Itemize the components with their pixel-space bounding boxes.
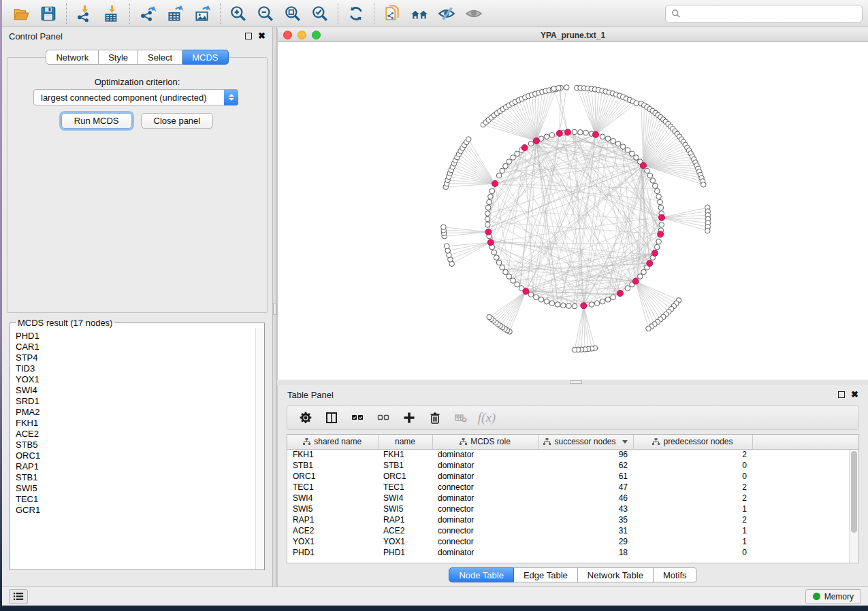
select-all-icon bbox=[351, 411, 364, 425]
mcds-result-item[interactable]: CAR1 bbox=[16, 342, 259, 352]
run-mcds-button[interactable]: Run MCDS bbox=[61, 113, 132, 129]
mcds-result-item[interactable]: STB1 bbox=[16, 472, 259, 483]
list-icon bbox=[13, 592, 24, 601]
show-all-button[interactable] bbox=[460, 2, 487, 25]
show-column-panel-button[interactable] bbox=[320, 408, 343, 428]
column-panel-icon bbox=[325, 411, 338, 425]
close-panel-button[interactable]: Close panel bbox=[141, 113, 214, 129]
mcds-result-scrollbar[interactable] bbox=[255, 328, 264, 569]
optimization-criterion-select[interactable]: largest connected component (undirected) bbox=[33, 89, 238, 105]
table-row[interactable]: PHD1PHD1dominator180 bbox=[287, 547, 858, 558]
memory-button[interactable]: Memory bbox=[805, 589, 861, 604]
mcds-result-item[interactable]: ORC1 bbox=[16, 450, 259, 461]
table-row[interactable]: RAP1RAP1dominator352 bbox=[287, 514, 858, 525]
export-table-button[interactable] bbox=[161, 2, 189, 25]
float-panel-icon[interactable] bbox=[245, 33, 252, 39]
mcds-result-item[interactable]: FKH1 bbox=[16, 418, 259, 429]
table-row[interactable]: ORC1ORC1dominator610 bbox=[287, 471, 858, 482]
gear-icon bbox=[299, 411, 312, 425]
network-canvas[interactable] bbox=[278, 42, 868, 380]
toolbar-separator bbox=[220, 3, 221, 24]
node-table-body[interactable]: FKH1FKH1dominator962STB1STB1dominator620… bbox=[287, 449, 858, 558]
vertical-splitter[interactable] bbox=[272, 27, 277, 587]
splitter-grip[interactable] bbox=[570, 380, 582, 384]
table-row[interactable]: SWI4SWI4dominator462 bbox=[287, 493, 858, 503]
import-network-button[interactable] bbox=[71, 2, 98, 25]
column-header-predecessor-nodes[interactable]: predecessor nodes bbox=[633, 435, 752, 449]
zoom-fit-button[interactable] bbox=[279, 2, 306, 25]
delete-column-button[interactable] bbox=[423, 408, 447, 428]
column-header-MCDS-role[interactable]: MCDS role bbox=[432, 435, 538, 449]
delete-table-button-disabled bbox=[449, 408, 472, 428]
open-folder-icon bbox=[12, 5, 30, 22]
table-settings-button[interactable] bbox=[294, 408, 317, 428]
table-row[interactable]: YOX1YOX1connector291 bbox=[287, 536, 858, 547]
table-scrollbar-thumb[interactable] bbox=[851, 451, 857, 533]
tab-network[interactable]: Network bbox=[46, 50, 99, 65]
table-row[interactable]: ACE2ACE2connector311 bbox=[287, 525, 858, 536]
close-panel-icon[interactable]: ✖ bbox=[851, 391, 858, 398]
import-table-button[interactable] bbox=[98, 2, 125, 25]
network-from-selection-button[interactable] bbox=[379, 2, 406, 25]
zoom-out-button[interactable] bbox=[252, 2, 279, 25]
tab-select[interactable]: Select bbox=[138, 50, 182, 65]
close-panel-icon[interactable]: ✖ bbox=[258, 33, 266, 39]
hide-selected-eye-icon bbox=[438, 5, 455, 22]
column-header-successor-nodes[interactable]: successor nodes bbox=[538, 435, 633, 449]
open-file-button[interactable] bbox=[7, 2, 35, 25]
float-panel-icon[interactable] bbox=[838, 391, 845, 398]
add-column-button[interactable] bbox=[398, 408, 421, 428]
mcds-result-list[interactable]: PHD1CAR1STP4TID3YOX1SWI4SRD1PMA2FKH1ACE2… bbox=[10, 328, 264, 569]
search-input[interactable] bbox=[685, 8, 856, 18]
mcds-result-item[interactable]: TID3 bbox=[16, 363, 259, 374]
horizontal-splitter[interactable] bbox=[277, 380, 868, 385]
export-image-button[interactable] bbox=[189, 2, 216, 25]
import-network-icon bbox=[76, 5, 93, 22]
column-header-name[interactable]: name bbox=[378, 435, 432, 449]
mcds-result-item[interactable]: RAP1 bbox=[16, 461, 259, 472]
table-row[interactable]: STB1STB1dominator620 bbox=[287, 460, 858, 471]
hide-selected-button[interactable] bbox=[433, 2, 460, 25]
table-row[interactable]: FKH1FKH1dominator962 bbox=[287, 449, 858, 460]
task-history-button[interactable] bbox=[9, 589, 28, 604]
table-row[interactable]: TEC1TEC1connector472 bbox=[287, 482, 858, 493]
zoom-selected-button[interactable] bbox=[306, 2, 334, 25]
toolbar-separator bbox=[374, 3, 374, 24]
first-neighbors-button[interactable] bbox=[406, 2, 433, 25]
mcds-result-item[interactable]: YOX1 bbox=[16, 374, 259, 385]
refresh-button[interactable] bbox=[342, 2, 370, 25]
select-all-rows-button[interactable] bbox=[346, 408, 369, 428]
mcds-result-item[interactable]: SWI5 bbox=[16, 483, 259, 494]
mcds-result-item[interactable]: SWI4 bbox=[16, 385, 259, 396]
mcds-result-item[interactable]: ACE2 bbox=[16, 429, 259, 440]
mcds-result-item[interactable]: PMA2 bbox=[16, 407, 259, 418]
tab-motifs[interactable]: Motifs bbox=[654, 567, 697, 582]
mcds-result-item[interactable]: TEC1 bbox=[16, 494, 259, 505]
export-network-button[interactable] bbox=[134, 2, 161, 25]
zoom-in-icon bbox=[229, 5, 247, 22]
toolbar-separator bbox=[338, 3, 338, 24]
deselect-all-rows-button[interactable] bbox=[372, 408, 395, 428]
toolbar-separator bbox=[66, 3, 67, 24]
delete-table-icon bbox=[454, 411, 468, 425]
table-row[interactable]: SWI5SWI5connector431 bbox=[287, 503, 858, 514]
search-icon bbox=[671, 9, 681, 18]
zoom-in-button[interactable] bbox=[225, 2, 252, 25]
tab-network-table[interactable]: Network Table bbox=[578, 567, 654, 582]
splitter-grip[interactable] bbox=[273, 303, 276, 315]
save-session-button[interactable] bbox=[35, 2, 62, 25]
mcds-result-item[interactable]: GCR1 bbox=[16, 505, 259, 516]
mcds-result-item[interactable]: STP4 bbox=[16, 352, 259, 363]
mcds-result-item[interactable]: PHD1 bbox=[16, 331, 259, 342]
node-table-header-row[interactable]: shared namenameMCDS rolesuccessor nodesp… bbox=[287, 435, 858, 449]
table-scrollbar[interactable] bbox=[849, 450, 858, 563]
export-table-icon bbox=[166, 5, 184, 22]
tab-edge-table[interactable]: Edge Table bbox=[514, 567, 578, 582]
tab-style[interactable]: Style bbox=[99, 50, 138, 65]
mcds-result-item[interactable]: SRD1 bbox=[16, 396, 259, 407]
column-header-shared-name[interactable]: shared name bbox=[287, 435, 378, 449]
tab-node-table[interactable]: Node Table bbox=[449, 567, 514, 582]
tab-mcds[interactable]: MCDS bbox=[182, 50, 228, 65]
optimization-criterion-value: largest connected component (undirected) bbox=[34, 93, 225, 103]
mcds-result-item[interactable]: STB5 bbox=[16, 440, 259, 450]
